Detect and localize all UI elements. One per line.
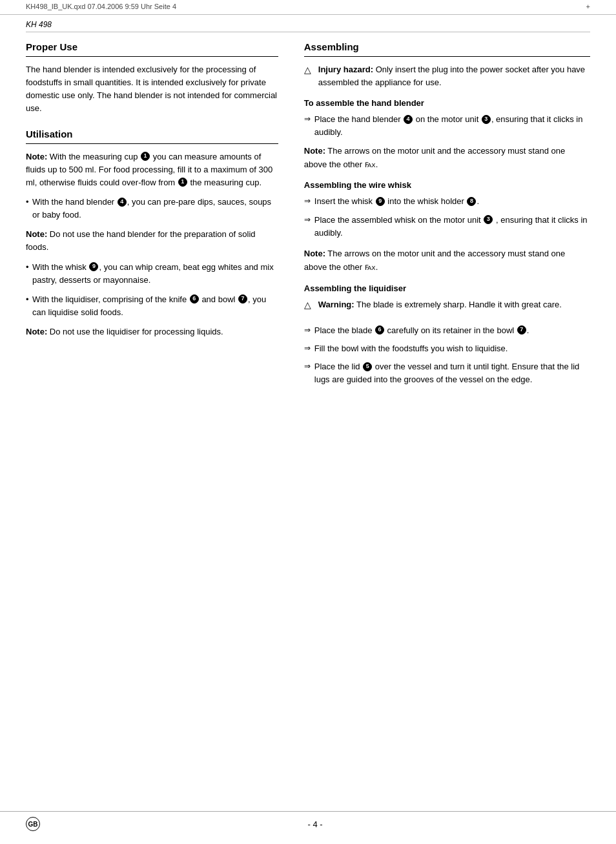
badge-7a: 7 bbox=[238, 294, 247, 304]
utilisation-note2: Note: Do not use the hand blender for th… bbox=[26, 228, 278, 254]
badge-8a: 8 bbox=[467, 197, 476, 206]
proper-use-section: Proper Use The hand blender is intended … bbox=[26, 41, 278, 116]
footer: GB - 4 - bbox=[0, 811, 616, 831]
arrow-item-2: Insert the whisk 9 into the whisk holder… bbox=[304, 195, 590, 208]
note2-text: Do not use the hand blender for the prep… bbox=[26, 229, 256, 252]
footer-country: GB bbox=[26, 817, 40, 831]
badge-1b: 1 bbox=[178, 178, 187, 187]
arrow2-pre: Insert the whisk bbox=[314, 196, 375, 206]
left-column: Proper Use The hand blender is intended … bbox=[26, 39, 291, 398]
whisk-sym-2: ℻ bbox=[365, 262, 376, 272]
assembling-divider bbox=[304, 56, 590, 57]
bullet3-mid: and bowl bbox=[200, 294, 238, 304]
note1r-label: Note: bbox=[304, 146, 325, 156]
assembling-section: Assembling △ Injury hazard: Only insert … bbox=[304, 41, 590, 386]
proper-use-title: Proper Use bbox=[26, 41, 278, 52]
bullet2-pre: With the whisk bbox=[32, 262, 88, 272]
note-arrows-1: Note: The arrows on the motor unit and t… bbox=[304, 145, 590, 172]
warning-item: △ Warning: The blade is extremely sharp.… bbox=[304, 298, 590, 311]
note3-label: Note: bbox=[26, 327, 47, 336]
note1-label: Note: bbox=[26, 152, 47, 161]
badge-6a: 6 bbox=[190, 294, 199, 304]
right-column: Assembling △ Injury hazard: Only insert … bbox=[291, 39, 590, 398]
warning-triangle-icon2: △ bbox=[304, 298, 311, 313]
note2r-label: Note: bbox=[304, 249, 325, 258]
arrow-item-6: Place the lid 5 over the vessel and turn… bbox=[304, 360, 590, 386]
proper-use-divider bbox=[26, 56, 278, 57]
assembling-title: Assembling bbox=[304, 41, 590, 52]
bullet3-pre: With the liquidiser, comprising of the k… bbox=[32, 294, 189, 304]
note1-rest2: the measuring cup. bbox=[188, 178, 262, 187]
liquidiser-title: Assembling the liquidiser bbox=[304, 283, 590, 293]
arrow-item-4: Place the blade 6 carefully on its retai… bbox=[304, 324, 590, 337]
top-crosshair: + bbox=[586, 3, 590, 10]
bullet-item-2: With the whisk 9, you can whip cream, be… bbox=[26, 261, 278, 287]
wire-whisk-title: Assembling the wire whisk bbox=[304, 180, 590, 190]
badge-3b: 3 bbox=[484, 215, 493, 224]
utilisation-note1: Note: With the measuring cup 1 you can m… bbox=[26, 150, 278, 189]
bullet-item-1: With the hand blender 4, you can pre-par… bbox=[26, 196, 278, 221]
utilisation-section: Utilisation Note: With the measuring cup… bbox=[26, 129, 278, 339]
proper-use-body: The hand blender is intended exclusively… bbox=[26, 63, 278, 116]
arrow1-pre: Place the hand blender bbox=[314, 114, 403, 124]
arrow2-post: into the whisk holder bbox=[385, 196, 467, 206]
utilisation-title: Utilisation bbox=[26, 129, 278, 139]
warning-triangle-icon: △ bbox=[304, 63, 311, 77]
badge-6b: 6 bbox=[375, 325, 384, 335]
note-arrows-2: Note: The arrows on the motor unit and t… bbox=[304, 247, 590, 274]
badge-1a: 1 bbox=[141, 152, 150, 161]
page-container: KH498_IB_UK.qxd 07.04.2006 9:59 Uhr Seit… bbox=[0, 0, 616, 844]
note1-text: With the measuring cup bbox=[47, 152, 140, 161]
arrow1-mid: on the motor unit bbox=[413, 114, 481, 124]
arrow-item-1: Place the hand blender 4 on the motor un… bbox=[304, 113, 590, 139]
arrow5-text: Fill the bowl with the foodstuffs you wi… bbox=[314, 344, 508, 353]
utilisation-note3: Note: Do not use the liquidiser for proc… bbox=[26, 325, 278, 338]
bullet1-pre: With the hand blender bbox=[32, 197, 117, 207]
arrow-item-3: Place the assembled whisk on the motor u… bbox=[304, 214, 590, 240]
arrow6-pre: Place the lid bbox=[314, 362, 362, 371]
utilisation-divider bbox=[26, 143, 278, 144]
page-top-header: KH498_IB_UK.qxd 07.04.2006 9:59 Uhr Seit… bbox=[0, 0, 616, 15]
badge-3a: 3 bbox=[482, 115, 491, 124]
badge-5a: 5 bbox=[363, 362, 372, 371]
footer-page: - 4 - bbox=[40, 819, 590, 829]
whisk-sym-1: ℻ bbox=[365, 159, 376, 169]
note2-label: Note: bbox=[26, 229, 47, 239]
note3-text: Do not use the liquidiser for processing… bbox=[47, 327, 223, 336]
model-number: KH 498 bbox=[0, 15, 616, 29]
badge-9a: 9 bbox=[89, 262, 98, 271]
content-area: Proper Use The hand blender is intended … bbox=[0, 39, 616, 398]
warning-text: The blade is extremely sharp. Handle it … bbox=[354, 300, 562, 309]
arrow4-pre: Place the blade bbox=[314, 325, 375, 335]
arrow-item-5: Fill the bowl with the foodstuffs you wi… bbox=[304, 342, 590, 355]
badge-7b: 7 bbox=[517, 325, 526, 335]
arrow3-pre: Place the assembled whisk on the motor u… bbox=[314, 215, 484, 225]
arrow4-post: carefully on its retainer in the bowl bbox=[385, 325, 517, 335]
badge-9b: 9 bbox=[376, 197, 385, 206]
file-info: KH498_IB_UK.qxd 07.04.2006 9:59 Uhr Seit… bbox=[26, 3, 176, 10]
header-divider bbox=[26, 32, 590, 32]
assemble-subtitle: To assemble the hand blender bbox=[304, 98, 590, 108]
badge-4b: 4 bbox=[404, 115, 413, 124]
bullet-item-3: With the liquidiser, comprising of the k… bbox=[26, 293, 278, 319]
warning-label: Warning: bbox=[318, 300, 354, 309]
injury-label: Injury hazard: bbox=[318, 65, 373, 74]
note1r-text: The arrows on the motor unit and the acc… bbox=[304, 146, 565, 169]
badge-4a: 4 bbox=[118, 198, 127, 207]
injury-hazard-item: △ Injury hazard: Only insert the plug in… bbox=[304, 63, 590, 89]
note2r-text: The arrows on the motor unit and the acc… bbox=[304, 249, 565, 272]
